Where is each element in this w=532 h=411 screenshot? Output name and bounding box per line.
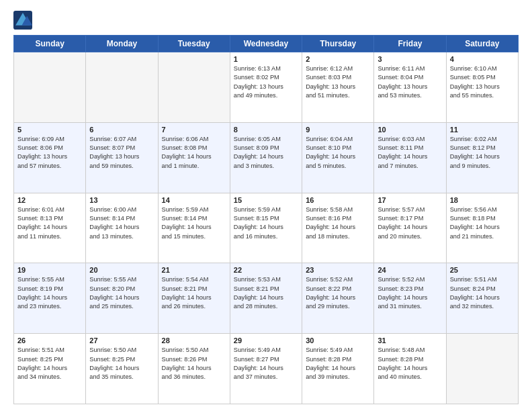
calendar-week-1: 1Sunrise: 6:13 AM Sunset: 8:02 PM Daylig… [14, 52, 519, 123]
day-number: 8 [234, 126, 298, 134]
calendar-header-row: SundayMondayTuesdayWednesdayThursdayFrid… [14, 36, 519, 52]
day-number: 7 [162, 126, 226, 134]
calendar-cell: 7Sunrise: 6:06 AM Sunset: 8:08 PM Daylig… [158, 122, 230, 193]
day-number: 21 [162, 266, 226, 274]
day-info: Sunrise: 6:07 AM Sunset: 8:07 PM Dayligh… [89, 135, 154, 171]
calendar-cell: 16Sunrise: 5:58 AM Sunset: 8:16 PM Dayli… [302, 193, 374, 263]
day-info: Sunrise: 6:11 AM Sunset: 8:04 PM Dayligh… [378, 64, 442, 100]
header [13, 11, 519, 30]
calendar-cell: 26Sunrise: 5:51 AM Sunset: 8:25 PM Dayli… [14, 334, 86, 404]
day-info: Sunrise: 6:01 AM Sunset: 8:13 PM Dayligh… [17, 205, 82, 241]
calendar-cell: 17Sunrise: 5:57 AM Sunset: 8:17 PM Dayli… [374, 193, 446, 263]
calendar-cell: 11Sunrise: 6:02 AM Sunset: 8:12 PM Dayli… [446, 122, 518, 193]
calendar-header-monday: Monday [86, 36, 158, 52]
day-info: Sunrise: 5:59 AM Sunset: 8:14 PM Dayligh… [162, 205, 226, 241]
day-number: 23 [306, 266, 370, 274]
day-number: 3 [378, 55, 442, 63]
day-info: Sunrise: 6:00 AM Sunset: 8:14 PM Dayligh… [89, 205, 154, 241]
day-info: Sunrise: 5:49 AM Sunset: 8:28 PM Dayligh… [306, 346, 370, 381]
calendar-cell: 3Sunrise: 6:11 AM Sunset: 8:04 PM Daylig… [374, 52, 446, 123]
calendar-cell: 21Sunrise: 5:54 AM Sunset: 8:21 PM Dayli… [158, 263, 230, 334]
day-info: Sunrise: 5:48 AM Sunset: 8:28 PM Dayligh… [378, 346, 442, 381]
day-number: 13 [89, 196, 154, 204]
day-info: Sunrise: 5:51 AM Sunset: 8:25 PM Dayligh… [17, 346, 82, 381]
day-info: Sunrise: 5:59 AM Sunset: 8:15 PM Dayligh… [234, 205, 298, 241]
day-number: 25 [450, 266, 515, 274]
calendar: SundayMondayTuesdayWednesdayThursdayFrid… [13, 35, 519, 404]
logo [13, 11, 35, 30]
calendar-cell: 12Sunrise: 6:01 AM Sunset: 8:13 PM Dayli… [14, 193, 86, 263]
calendar-cell: 22Sunrise: 5:53 AM Sunset: 8:21 PM Dayli… [230, 263, 302, 334]
day-number: 14 [162, 196, 226, 204]
day-info: Sunrise: 6:13 AM Sunset: 8:02 PM Dayligh… [234, 64, 298, 100]
day-number: 20 [89, 266, 154, 274]
day-number: 12 [17, 196, 82, 204]
day-number: 15 [234, 196, 298, 204]
calendar-cell: 27Sunrise: 5:50 AM Sunset: 8:25 PM Dayli… [86, 334, 158, 404]
day-number: 6 [89, 126, 154, 134]
day-number: 28 [162, 336, 226, 345]
calendar-header-wednesday: Wednesday [230, 36, 302, 52]
calendar-cell [446, 334, 518, 404]
day-number: 26 [17, 336, 82, 345]
day-number: 31 [378, 336, 442, 345]
day-number: 17 [378, 196, 442, 204]
calendar-cell: 9Sunrise: 6:04 AM Sunset: 8:10 PM Daylig… [302, 122, 374, 193]
calendar-cell: 25Sunrise: 5:51 AM Sunset: 8:24 PM Dayli… [446, 263, 518, 334]
day-number: 10 [378, 126, 442, 134]
day-info: Sunrise: 5:57 AM Sunset: 8:17 PM Dayligh… [378, 205, 442, 241]
day-number: 27 [89, 336, 154, 345]
calendar-cell: 24Sunrise: 5:52 AM Sunset: 8:23 PM Dayli… [374, 263, 446, 334]
day-number: 5 [17, 126, 82, 134]
calendar-week-3: 12Sunrise: 6:01 AM Sunset: 8:13 PM Dayli… [14, 193, 519, 263]
calendar-cell: 30Sunrise: 5:49 AM Sunset: 8:28 PM Dayli… [302, 334, 374, 404]
calendar-cell [158, 52, 230, 123]
calendar-header-sunday: Sunday [14, 36, 86, 52]
calendar-week-2: 5Sunrise: 6:09 AM Sunset: 8:06 PM Daylig… [14, 122, 519, 193]
day-number: 2 [306, 55, 370, 63]
day-info: Sunrise: 6:04 AM Sunset: 8:10 PM Dayligh… [306, 135, 370, 171]
day-number: 11 [450, 126, 515, 134]
calendar-cell: 19Sunrise: 5:55 AM Sunset: 8:19 PM Dayli… [14, 263, 86, 334]
calendar-cell [14, 52, 86, 123]
calendar-cell: 2Sunrise: 6:12 AM Sunset: 8:03 PM Daylig… [302, 52, 374, 123]
calendar-cell: 28Sunrise: 5:50 AM Sunset: 8:26 PM Dayli… [158, 334, 230, 404]
calendar-cell: 15Sunrise: 5:59 AM Sunset: 8:15 PM Dayli… [230, 193, 302, 263]
day-info: Sunrise: 5:50 AM Sunset: 8:25 PM Dayligh… [89, 346, 154, 381]
calendar-cell: 31Sunrise: 5:48 AM Sunset: 8:28 PM Dayli… [374, 334, 446, 404]
calendar-cell: 5Sunrise: 6:09 AM Sunset: 8:06 PM Daylig… [14, 122, 86, 193]
calendar-cell: 18Sunrise: 5:56 AM Sunset: 8:18 PM Dayli… [446, 193, 518, 263]
day-info: Sunrise: 5:54 AM Sunset: 8:21 PM Dayligh… [162, 275, 226, 311]
calendar-header-saturday: Saturday [446, 36, 518, 52]
day-info: Sunrise: 6:12 AM Sunset: 8:03 PM Dayligh… [306, 64, 370, 100]
calendar-cell: 6Sunrise: 6:07 AM Sunset: 8:07 PM Daylig… [86, 122, 158, 193]
day-info: Sunrise: 6:10 AM Sunset: 8:05 PM Dayligh… [450, 64, 515, 100]
calendar-header-friday: Friday [374, 36, 446, 52]
calendar-cell: 29Sunrise: 5:49 AM Sunset: 8:27 PM Dayli… [230, 334, 302, 404]
day-info: Sunrise: 5:58 AM Sunset: 8:16 PM Dayligh… [306, 205, 370, 241]
page: SundayMondayTuesdayWednesdayThursdayFrid… [0, 0, 532, 411]
day-info: Sunrise: 5:55 AM Sunset: 8:20 PM Dayligh… [89, 275, 154, 311]
day-info: Sunrise: 5:53 AM Sunset: 8:21 PM Dayligh… [234, 275, 298, 311]
calendar-week-5: 26Sunrise: 5:51 AM Sunset: 8:25 PM Dayli… [14, 334, 519, 404]
day-number: 18 [450, 196, 515, 204]
calendar-cell [86, 52, 158, 123]
day-info: Sunrise: 5:52 AM Sunset: 8:23 PM Dayligh… [378, 275, 442, 311]
day-info: Sunrise: 6:09 AM Sunset: 8:06 PM Dayligh… [17, 135, 82, 171]
day-number: 22 [234, 266, 298, 274]
day-number: 19 [17, 266, 82, 274]
day-info: Sunrise: 6:05 AM Sunset: 8:09 PM Dayligh… [234, 135, 298, 171]
calendar-week-4: 19Sunrise: 5:55 AM Sunset: 8:19 PM Dayli… [14, 263, 519, 334]
day-number: 4 [450, 55, 515, 63]
calendar-cell: 10Sunrise: 6:03 AM Sunset: 8:11 PM Dayli… [374, 122, 446, 193]
day-info: Sunrise: 5:56 AM Sunset: 8:18 PM Dayligh… [450, 205, 515, 241]
day-info: Sunrise: 5:55 AM Sunset: 8:19 PM Dayligh… [17, 275, 82, 311]
day-number: 30 [306, 336, 370, 345]
day-number: 16 [306, 196, 370, 204]
day-number: 1 [234, 55, 298, 63]
day-info: Sunrise: 6:03 AM Sunset: 8:11 PM Dayligh… [378, 135, 442, 171]
day-info: Sunrise: 5:50 AM Sunset: 8:26 PM Dayligh… [162, 346, 226, 381]
day-number: 29 [234, 336, 298, 345]
day-info: Sunrise: 5:52 AM Sunset: 8:22 PM Dayligh… [306, 275, 370, 311]
calendar-cell: 8Sunrise: 6:05 AM Sunset: 8:09 PM Daylig… [230, 122, 302, 193]
